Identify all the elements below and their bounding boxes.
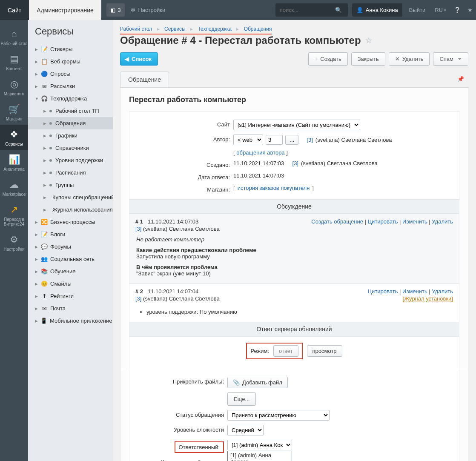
sidebar-item[interactable]: ▶✉Рассылки bbox=[28, 80, 113, 92]
add-file-button[interactable]: 📎Добавить файл bbox=[227, 377, 288, 388]
more-button[interactable]: Еще... bbox=[227, 392, 256, 406]
sidebar-subitem[interactable]: ▶Журнал использования куп bbox=[28, 203, 113, 216]
sidebar-item[interactable]: ▶📝Стикеры bbox=[28, 43, 113, 55]
tab-site[interactable]: Сайт bbox=[0, 0, 29, 20]
sidebar-subitem-label: Расписания bbox=[55, 169, 86, 176]
tab-ticket[interactable]: Обращение bbox=[120, 72, 169, 87]
quick-settings[interactable]: ✻ Настройки bbox=[125, 0, 171, 20]
chevron-right-icon: ▶ bbox=[35, 72, 38, 76]
toolbar: ◀ Список +Создать Закрыть ✕Удалить Спам bbox=[120, 52, 468, 66]
sidebar-subitem[interactable]: ▶Уровни поддержки bbox=[28, 154, 113, 166]
star-icon[interactable]: ★ bbox=[464, 0, 476, 20]
favorite-star-icon[interactable]: ☆ bbox=[365, 36, 372, 45]
stack-icon: ❖ bbox=[0, 129, 28, 140]
breadcrumb-link[interactable]: Рабочий стол bbox=[120, 26, 152, 32]
sidebar-item[interactable]: ▼🎧Техподдержка bbox=[28, 92, 113, 105]
criticality-label: Критичность обращения bbox=[129, 457, 227, 461]
sidebar-subitem[interactable]: ▶Обращения bbox=[28, 117, 113, 129]
help-icon[interactable]: ❔ bbox=[450, 0, 464, 20]
sidebar-item[interactable]: ▶📚Обучение bbox=[28, 265, 113, 278]
delete-link[interactable]: Удалить bbox=[432, 288, 453, 295]
search-input[interactable] bbox=[280, 7, 335, 13]
edit-link[interactable]: Изменить bbox=[402, 288, 427, 295]
sidebar-subitem[interactable]: ▶Группы bbox=[28, 179, 113, 191]
sidebar-item[interactable]: ▶🔵Опросы bbox=[28, 68, 113, 80]
delete-button[interactable]: ✕Удалить bbox=[389, 52, 430, 66]
pin-icon[interactable]: 📌 bbox=[453, 72, 468, 87]
rail-desktop[interactable]: ⌂Рабочий стол bbox=[0, 24, 28, 49]
chart-icon: 📊 bbox=[0, 154, 28, 165]
rail-services[interactable]: ❖Сервисы bbox=[0, 125, 28, 150]
rail-shop[interactable]: 🛒Магазин bbox=[0, 100, 28, 125]
sidebar-item[interactable]: ▶✉Почта bbox=[28, 302, 113, 315]
rail-marketing[interactable]: ◎Маркетинг bbox=[0, 74, 28, 100]
created-by-link[interactable]: [3] bbox=[292, 160, 298, 166]
order-history-link[interactable]: история заказов покупателя bbox=[238, 185, 310, 191]
language-selector[interactable]: RU ▾ bbox=[430, 0, 450, 20]
sidebar-item[interactable]: ▶⬆Рейтинги bbox=[28, 290, 113, 302]
dropdown-option[interactable]: [1] (admin) Анна Кокина bbox=[228, 451, 292, 461]
lookup-button[interactable]: ... bbox=[285, 135, 298, 145]
close-button[interactable]: Закрыть bbox=[351, 52, 385, 66]
reply-date: 11.10.2021 14:07:03 bbox=[233, 172, 284, 179]
chevron-right-icon: ▶ bbox=[35, 294, 38, 298]
author-link[interactable]: [3] bbox=[307, 137, 313, 143]
sidebar-item[interactable]: ▶👥Социальная сеть bbox=[28, 253, 113, 265]
current-user[interactable]: 👤 Анна Кокина bbox=[352, 3, 402, 17]
search-icon[interactable]: 🔍 bbox=[335, 7, 342, 13]
chevron-right-icon: ▶ bbox=[43, 158, 47, 163]
sidebar-subitem[interactable]: ▶Купоны спецобращений bbox=[28, 191, 113, 203]
journal-link[interactable]: [Журнал установки] bbox=[403, 295, 453, 302]
rail-marketplace[interactable]: ☁Marketplace bbox=[0, 175, 28, 200]
create-ticket-link[interactable]: Создать обращение bbox=[311, 218, 363, 225]
mode-answer-tab[interactable]: ответ bbox=[273, 345, 298, 357]
rail-settings[interactable]: ⚙Настройки bbox=[0, 230, 28, 255]
sidebar-item-label: Стикеры bbox=[50, 46, 72, 52]
sidebar-item[interactable]: ▶📝Блоги bbox=[28, 228, 113, 241]
rail-bitrix24[interactable]: ↗Переход в Битрикс24 bbox=[0, 200, 28, 230]
chevron-right-icon: ▶ bbox=[35, 84, 38, 89]
tab-admin[interactable]: Администрирование bbox=[29, 0, 101, 20]
folder-icon: ✉ bbox=[41, 83, 48, 89]
breadcrumb-link[interactable]: Сервисы bbox=[164, 26, 186, 32]
chevron-right-icon: ▶ bbox=[35, 269, 38, 274]
author-tickets-link[interactable]: обращения автора bbox=[236, 149, 284, 156]
site-select[interactable]: [s1] Интернет-магазин (Сайт по умолчанию… bbox=[233, 120, 360, 130]
sidebar-item[interactable]: ▶🔀Бизнес-процессы bbox=[28, 216, 113, 228]
sidebar-item[interactable]: ▶📋Веб-формы bbox=[28, 55, 113, 68]
rail-label: Магазин bbox=[6, 117, 23, 121]
status-select[interactable]: Принято к рассмотрению bbox=[227, 410, 330, 421]
list-button[interactable]: ◀ Список bbox=[120, 52, 158, 66]
edit-link[interactable]: Изменить bbox=[402, 218, 427, 225]
mode-preview-tab[interactable]: просмотр bbox=[307, 345, 342, 357]
global-search[interactable]: 🔍 bbox=[275, 3, 348, 17]
sidebar-item[interactable]: ▶📱Мобильное приложение bbox=[28, 315, 113, 327]
message-author-link[interactable]: [3] bbox=[135, 226, 141, 232]
sidebar-subitem[interactable]: ▶Графики bbox=[28, 129, 113, 142]
breadcrumb-link[interactable]: Техподдержка bbox=[198, 26, 232, 32]
author-source-select[interactable]: < web > bbox=[233, 135, 263, 145]
notification-badge[interactable]: ◧ 3 bbox=[106, 3, 125, 17]
quote-link[interactable]: Цитировать bbox=[368, 218, 398, 225]
quote-link[interactable]: Цитировать bbox=[368, 288, 398, 295]
sidebar-item[interactable]: ▶💬Форумы bbox=[28, 241, 113, 253]
delete-link[interactable]: Удалить bbox=[432, 218, 453, 225]
spam-button[interactable]: Спам bbox=[433, 52, 468, 66]
chevron-right-icon: ▶ bbox=[35, 319, 38, 323]
breadcrumb-link[interactable]: Обращения bbox=[244, 26, 272, 32]
create-button[interactable]: +Создать bbox=[308, 52, 348, 66]
author-id-input[interactable] bbox=[266, 135, 283, 145]
responsible-select[interactable]: [1] (admin) Анна Кокина bbox=[227, 440, 292, 450]
sidebar-subitem[interactable]: ▶Справочники bbox=[28, 142, 113, 154]
rail-content[interactable]: ▤Контент bbox=[0, 49, 28, 74]
message-author-link[interactable]: [3] bbox=[135, 295, 141, 302]
message-author-name: (svetlana) Светлана Светлова bbox=[143, 295, 220, 302]
sidebar-item-label: Опросы bbox=[50, 71, 70, 77]
rail-analytics[interactable]: 📊Аналитика bbox=[0, 150, 28, 175]
sidebar-subitem[interactable]: ▶Расписания bbox=[28, 166, 113, 179]
difficulty-select[interactable]: Средний bbox=[227, 425, 264, 435]
sidebar-subitem[interactable]: ▶Рабочий стол ТП bbox=[28, 105, 113, 117]
logout-link[interactable]: Выйти bbox=[404, 0, 431, 20]
chevron-right-icon: ▶ bbox=[35, 257, 38, 261]
sidebar-item[interactable]: ▶😊Смайлы bbox=[28, 278, 113, 290]
